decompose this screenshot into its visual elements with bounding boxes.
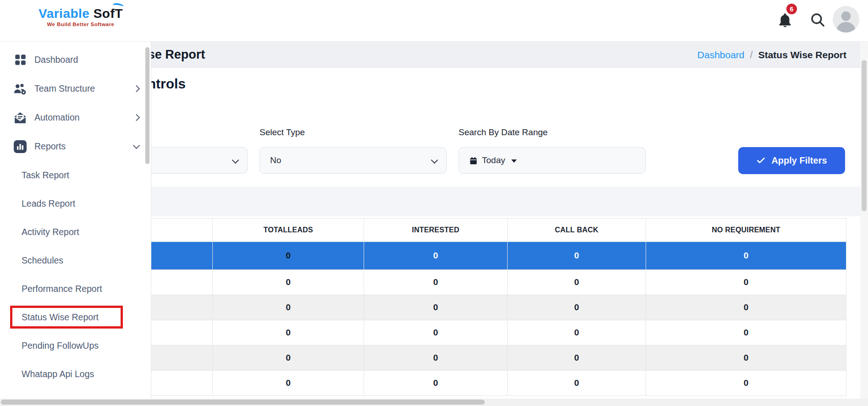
date-range-value: Today [482,155,505,165]
logo-text-secondary: SofT [94,6,123,21]
table-cell: 0 [508,371,646,396]
date-range-label: Search By Date Range [459,127,547,137]
table-row[interactable]: 0000 [74,242,846,270]
sidebar-item-task-report[interactable]: Task Report [0,161,151,189]
table-cell: 0 [213,242,364,270]
top-header: Variable SofT We Build Better Software 6 [0,0,868,42]
grid-icon [12,53,28,67]
sidebar-item-dashboard[interactable]: Dashboard [0,45,151,74]
table-cell: 0 [646,242,846,270]
vertical-scrollbar[interactable] [860,42,868,399]
breadcrumb: Dashboard / Status Wise Report [697,42,846,68]
column-header-totalleads: TOTALLEADS [213,219,364,242]
vertical-scrollbar-thumb[interactable] [862,60,867,211]
sidebar-reports-submenu: Task ReportLeads ReportActivity ReportSc… [0,161,151,406]
sidebar-item-reports[interactable]: Reports [0,132,151,161]
table-cell: 0 [646,371,846,396]
table-row[interactable]: 0000 [74,320,846,346]
table-cell: 0 [508,346,646,371]
team-icon [12,82,28,96]
sidebar-item-label: Reports [34,141,66,152]
notification-count-badge: 6 [785,3,798,15]
user-avatar[interactable] [833,6,859,33]
status-report-table-wrap: TOTALLEADSINTERESTEDCALL BACKNO REQUIREM… [73,218,846,396]
sidebar-item-label: Dashboard [34,55,78,65]
sidebar-item-activity-report[interactable]: Activity Report [0,218,151,246]
sidebar-item-pending-followups[interactable]: Pending FollowUps [0,331,151,360]
caret-down-icon [511,159,517,163]
sidebar-item-automation[interactable]: Automation [0,103,151,132]
table-cell: 0 [646,346,846,371]
apply-filters-button[interactable]: Apply Filters [738,147,845,174]
sidebar-scrollbar-thumb[interactable] [145,47,149,164]
column-header-no-requirement: NO REQUIREMENT [646,219,846,242]
logo-tagline: We Build Better Software [39,22,123,27]
sidebar-item-label: Team Structure [34,83,95,94]
table-cell: 0 [364,295,508,320]
select-type-label: Select Type [260,127,305,137]
logo-text-primary: Variable [39,6,89,21]
envelope-icon [12,111,28,125]
table-cell: 0 [646,270,846,295]
table-cell: 0 [213,295,364,320]
bar-chart-icon [12,140,28,154]
sidebar-item-label: Automation [34,112,80,123]
breadcrumb-separator: / [750,49,753,61]
table-cell: 0 [508,320,646,346]
table-cell: 0 [508,242,646,270]
select-type-value: No [270,155,281,165]
date-range-picker[interactable]: Today [459,147,646,174]
sidebar-item-performance-report[interactable]: Performance Report [0,274,151,303]
table-row[interactable]: 0000 [74,295,846,320]
table-cell: 0 [364,320,508,346]
chevron-right-icon [133,85,140,93]
search-icon [810,12,825,27]
table-header: TOTALLEADSINTERESTEDCALL BACKNO REQUIREM… [74,219,846,242]
table-cell: 0 [213,270,364,295]
sidebar-item-status-wise-report[interactable]: Status Wise Report [10,306,123,329]
apply-filters-label: Apply Filters [771,155,827,166]
table-cell: 0 [646,295,846,320]
check-icon [756,156,766,165]
column-header-call-back: CALL BACK [508,219,646,242]
table-cell: 0 [508,295,646,320]
table-cell: 0 [646,320,846,346]
table-cell: 0 [364,346,508,371]
table-row[interactable]: 0000 [74,270,846,295]
chevron-down-icon [431,157,438,164]
chevron-down-icon [133,142,140,149]
table-cell: 0 [213,346,364,371]
logo: Variable SofT We Build Better Software [39,6,123,27]
sidebar-item-whatapp-api-logs[interactable]: Whatapp Api Logs [0,360,151,388]
search-button[interactable] [810,12,825,27]
chevron-down-icon [232,157,239,164]
table-cell: 0 [213,320,364,346]
sidebar: Dashboard Team Structure [0,42,151,406]
sidebar-menu: Dashboard Team Structure [0,42,151,161]
sidebar-item-leads-report[interactable]: Leads Report [0,189,151,218]
status-report-table: TOTALLEADSINTERESTEDCALL BACKNO REQUIREM… [73,218,846,396]
table-cell: 0 [364,242,508,270]
table-cell: 0 [213,371,364,396]
table-cell: 0 [364,270,508,295]
horizontal-scrollbar-thumb[interactable] [1,400,485,405]
table-row[interactable]: 0000 [74,346,846,371]
table-cell: 0 [508,270,646,295]
app-window: Status Wise Report Dashboard / Status Wi… [0,0,868,406]
horizontal-scrollbar[interactable] [0,399,868,406]
sidebar-item-schedules[interactable]: Schedules [0,246,151,274]
breadcrumb-current: Status Wise Report [758,49,846,60]
chevron-right-icon [133,114,140,121]
table-row[interactable]: 0000 [74,371,846,396]
table-cell: 0 [364,371,508,396]
sidebar-item-team-structure[interactable]: Team Structure [0,74,151,103]
breadcrumb-dashboard-link[interactable]: Dashboard [697,49,745,60]
column-header-interested: INTERESTED [364,219,508,242]
select-type-dropdown[interactable]: No [260,147,447,174]
avatar-person-icon [833,6,859,33]
calendar-icon [469,156,478,165]
